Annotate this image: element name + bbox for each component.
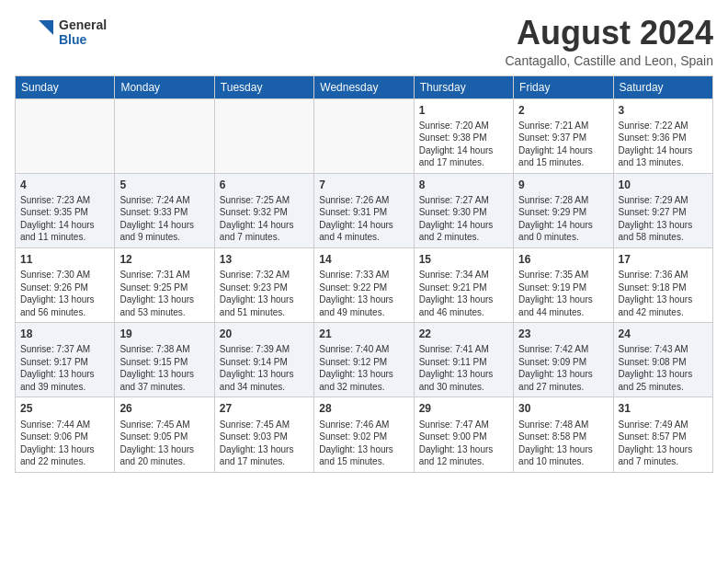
day-info: Sunrise: 7:28 AM Sunset: 9:29 PM Dayligh… xyxy=(518,194,608,244)
page-header: GeneralBlue August 2024 Cantagallo, Cast… xyxy=(15,15,713,68)
month-year-title: August 2024 xyxy=(506,15,714,52)
calendar-week-row: 1Sunrise: 7:20 AM Sunset: 9:38 PM Daylig… xyxy=(16,98,713,173)
day-info: Sunrise: 7:22 AM Sunset: 9:36 PM Dayligh… xyxy=(619,120,708,169)
day-number: 15 xyxy=(419,252,508,267)
day-number: 6 xyxy=(220,178,309,192)
day-number: 26 xyxy=(119,401,209,416)
day-info: Sunrise: 7:30 AM Sunset: 9:26 PM Dayligh… xyxy=(20,269,109,318)
calendar-cell: 3Sunrise: 7:22 AM Sunset: 9:36 PM Daylig… xyxy=(613,98,712,173)
calendar-cell: 14Sunrise: 7:33 AM Sunset: 9:22 PM Dayli… xyxy=(314,247,414,322)
day-of-week-saturday: Saturday xyxy=(613,75,712,98)
day-of-week-wednesday: Wednesday xyxy=(314,75,414,98)
day-number: 23 xyxy=(518,327,608,341)
day-number: 18 xyxy=(20,327,109,341)
calendar-cell: 17Sunrise: 7:36 AM Sunset: 9:18 PM Dayli… xyxy=(613,247,712,322)
calendar-cell: 21Sunrise: 7:40 AM Sunset: 9:12 PM Dayli… xyxy=(314,323,414,397)
day-number: 24 xyxy=(619,327,708,341)
day-number: 5 xyxy=(119,178,209,192)
calendar-cell: 16Sunrise: 7:35 AM Sunset: 9:19 PM Dayli… xyxy=(514,247,613,322)
day-info: Sunrise: 7:44 AM Sunset: 9:06 PM Dayligh… xyxy=(20,419,109,468)
calendar-week-row: 4Sunrise: 7:23 AM Sunset: 9:35 PM Daylig… xyxy=(16,173,713,247)
calendar-cell: 23Sunrise: 7:42 AM Sunset: 9:09 PM Dayli… xyxy=(514,323,613,397)
calendar-cell: 24Sunrise: 7:43 AM Sunset: 9:08 PM Dayli… xyxy=(613,323,712,397)
day-info: Sunrise: 7:37 AM Sunset: 9:17 PM Dayligh… xyxy=(20,343,109,393)
day-number: 19 xyxy=(119,327,209,341)
calendar-cell: 15Sunrise: 7:34 AM Sunset: 9:21 PM Dayli… xyxy=(414,247,513,322)
calendar-cell: 12Sunrise: 7:31 AM Sunset: 9:25 PM Dayli… xyxy=(115,247,214,322)
day-info: Sunrise: 7:45 AM Sunset: 9:03 PM Dayligh… xyxy=(220,419,309,468)
day-info: Sunrise: 7:33 AM Sunset: 9:22 PM Dayligh… xyxy=(319,269,408,318)
calendar-cell: 5Sunrise: 7:24 AM Sunset: 9:33 PM Daylig… xyxy=(115,173,214,247)
calendar-week-row: 25Sunrise: 7:44 AM Sunset: 9:06 PM Dayli… xyxy=(16,397,713,472)
day-number: 3 xyxy=(619,103,708,118)
calendar-cell: 13Sunrise: 7:32 AM Sunset: 9:23 PM Dayli… xyxy=(214,247,313,322)
day-info: Sunrise: 7:47 AM Sunset: 9:00 PM Dayligh… xyxy=(419,419,508,468)
day-number: 8 xyxy=(419,178,508,192)
day-number: 27 xyxy=(220,401,309,416)
day-info: Sunrise: 7:32 AM Sunset: 9:23 PM Dayligh… xyxy=(220,269,309,318)
day-info: Sunrise: 7:34 AM Sunset: 9:21 PM Dayligh… xyxy=(419,269,508,318)
day-of-week-tuesday: Tuesday xyxy=(214,75,313,98)
day-info: Sunrise: 7:42 AM Sunset: 9:09 PM Dayligh… xyxy=(518,343,608,393)
day-info: Sunrise: 7:48 AM Sunset: 8:58 PM Dayligh… xyxy=(518,419,608,468)
title-area: August 2024 Cantagallo, Castille and Leo… xyxy=(506,15,714,68)
day-number: 7 xyxy=(319,178,408,192)
day-info: Sunrise: 7:26 AM Sunset: 9:31 PM Dayligh… xyxy=(319,194,408,244)
day-number: 4 xyxy=(20,178,109,192)
calendar-cell xyxy=(314,98,414,173)
day-info: Sunrise: 7:36 AM Sunset: 9:18 PM Dayligh… xyxy=(619,269,708,318)
location-subtitle: Cantagallo, Castille and Leon, Spain xyxy=(506,53,714,68)
day-number: 11 xyxy=(20,252,109,267)
calendar-cell: 4Sunrise: 7:23 AM Sunset: 9:35 PM Daylig… xyxy=(16,173,115,247)
calendar-week-row: 11Sunrise: 7:30 AM Sunset: 9:26 PM Dayli… xyxy=(16,247,713,322)
calendar-cell: 1Sunrise: 7:20 AM Sunset: 9:38 PM Daylig… xyxy=(414,98,513,173)
calendar-week-row: 18Sunrise: 7:37 AM Sunset: 9:17 PM Dayli… xyxy=(16,323,713,397)
day-number: 25 xyxy=(20,401,109,416)
day-number: 21 xyxy=(319,327,408,341)
day-number: 31 xyxy=(619,401,708,416)
calendar-cell xyxy=(214,98,313,173)
calendar-cell xyxy=(16,98,115,173)
day-info: Sunrise: 7:35 AM Sunset: 9:19 PM Dayligh… xyxy=(518,269,608,318)
logo-general: General xyxy=(59,17,107,32)
calendar-cell: 25Sunrise: 7:44 AM Sunset: 9:06 PM Dayli… xyxy=(16,397,115,472)
day-number: 12 xyxy=(119,252,209,267)
calendar-cell: 10Sunrise: 7:29 AM Sunset: 9:27 PM Dayli… xyxy=(613,173,712,247)
calendar-cell: 28Sunrise: 7:46 AM Sunset: 9:02 PM Dayli… xyxy=(314,397,414,472)
calendar-cell: 6Sunrise: 7:25 AM Sunset: 9:32 PM Daylig… xyxy=(214,173,313,247)
calendar-cell: 18Sunrise: 7:37 AM Sunset: 9:17 PM Dayli… xyxy=(16,323,115,397)
day-number: 22 xyxy=(419,327,508,341)
calendar-cell: 19Sunrise: 7:38 AM Sunset: 9:15 PM Dayli… xyxy=(115,323,214,397)
day-info: Sunrise: 7:46 AM Sunset: 9:02 PM Dayligh… xyxy=(319,419,408,468)
day-info: Sunrise: 7:29 AM Sunset: 9:27 PM Dayligh… xyxy=(619,194,708,244)
calendar-cell: 31Sunrise: 7:49 AM Sunset: 8:57 PM Dayli… xyxy=(613,397,712,472)
day-number: 10 xyxy=(619,178,708,192)
day-info: Sunrise: 7:45 AM Sunset: 9:05 PM Dayligh… xyxy=(119,419,209,468)
day-info: Sunrise: 7:21 AM Sunset: 9:37 PM Dayligh… xyxy=(518,120,608,169)
calendar-cell: 11Sunrise: 7:30 AM Sunset: 9:26 PM Dayli… xyxy=(16,247,115,322)
svg-marker-0 xyxy=(39,20,53,35)
calendar-table: SundayMondayTuesdayWednesdayThursdayFrid… xyxy=(15,75,713,473)
calendar-cell: 7Sunrise: 7:26 AM Sunset: 9:31 PM Daylig… xyxy=(314,173,414,247)
day-number: 20 xyxy=(220,327,309,341)
day-number: 29 xyxy=(419,401,508,416)
calendar-cell: 8Sunrise: 7:27 AM Sunset: 9:30 PM Daylig… xyxy=(414,173,513,247)
day-info: Sunrise: 7:38 AM Sunset: 9:15 PM Dayligh… xyxy=(119,343,209,393)
logo-blue: Blue xyxy=(59,32,107,47)
day-of-week-thursday: Thursday xyxy=(414,75,513,98)
day-info: Sunrise: 7:41 AM Sunset: 9:11 PM Dayligh… xyxy=(419,343,508,393)
logo-svg xyxy=(15,15,55,50)
calendar-cell: 9Sunrise: 7:28 AM Sunset: 9:29 PM Daylig… xyxy=(514,173,613,247)
day-info: Sunrise: 7:23 AM Sunset: 9:35 PM Dayligh… xyxy=(20,194,109,244)
day-number: 9 xyxy=(518,178,608,192)
calendar-cell: 27Sunrise: 7:45 AM Sunset: 9:03 PM Dayli… xyxy=(214,397,313,472)
day-info: Sunrise: 7:49 AM Sunset: 8:57 PM Dayligh… xyxy=(619,419,708,468)
calendar-cell: 30Sunrise: 7:48 AM Sunset: 8:58 PM Dayli… xyxy=(514,397,613,472)
day-number: 17 xyxy=(619,252,708,267)
day-info: Sunrise: 7:43 AM Sunset: 9:08 PM Dayligh… xyxy=(619,343,708,393)
calendar-header-row: SundayMondayTuesdayWednesdayThursdayFrid… xyxy=(16,75,713,98)
day-of-week-monday: Monday xyxy=(115,75,214,98)
logo: GeneralBlue xyxy=(15,15,107,50)
calendar-cell: 20Sunrise: 7:39 AM Sunset: 9:14 PM Dayli… xyxy=(214,323,313,397)
day-number: 2 xyxy=(518,103,608,118)
